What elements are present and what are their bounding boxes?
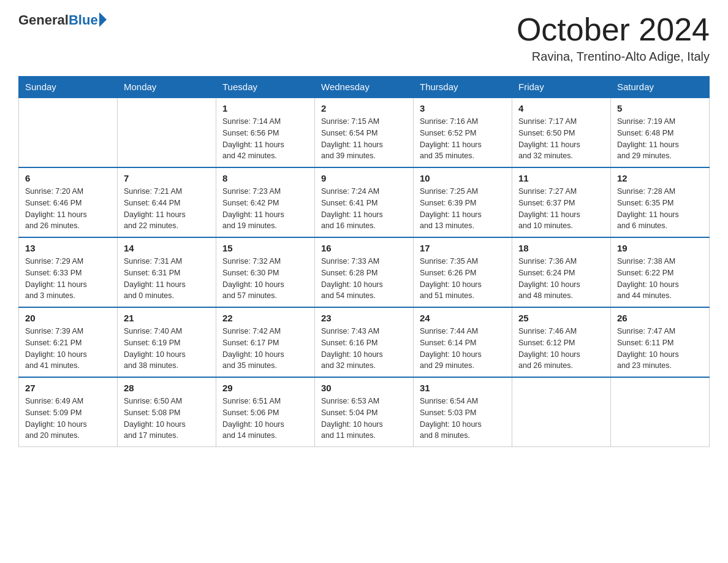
logo-blue-text: Blue — [69, 12, 98, 28]
calendar-table: SundayMondayTuesdayWednesdayThursdayFrid… — [18, 76, 710, 447]
calendar-cell: 22Sunrise: 7:42 AMSunset: 6:17 PMDayligh… — [216, 307, 315, 377]
day-detail: Sunrise: 7:42 AMSunset: 6:17 PMDaylight:… — [222, 326, 308, 372]
day-detail: Sunrise: 7:19 AMSunset: 6:48 PMDaylight:… — [617, 116, 703, 162]
day-number: 17 — [420, 243, 506, 253]
day-number: 14 — [124, 243, 210, 253]
day-detail: Sunrise: 7:47 AMSunset: 6:11 PMDaylight:… — [617, 326, 703, 372]
day-number: 19 — [617, 243, 703, 253]
calendar-cell: 15Sunrise: 7:32 AMSunset: 6:30 PMDayligh… — [216, 237, 315, 307]
calendar-cell: 24Sunrise: 7:44 AMSunset: 6:14 PMDayligh… — [414, 307, 512, 377]
day-detail: Sunrise: 7:40 AMSunset: 6:19 PMDaylight:… — [124, 326, 210, 372]
calendar-cell — [512, 377, 611, 447]
day-detail: Sunrise: 7:35 AMSunset: 6:26 PMDaylight:… — [420, 256, 506, 302]
day-detail: Sunrise: 7:46 AMSunset: 6:12 PMDaylight:… — [518, 326, 604, 372]
day-number: 15 — [222, 243, 308, 253]
day-detail: Sunrise: 7:23 AMSunset: 6:42 PMDaylight:… — [222, 186, 308, 232]
day-detail: Sunrise: 7:29 AMSunset: 6:33 PMDaylight:… — [25, 256, 111, 302]
calendar-cell: 11Sunrise: 7:27 AMSunset: 6:37 PMDayligh… — [512, 167, 611, 237]
day-number: 28 — [124, 383, 210, 393]
day-number: 4 — [518, 103, 604, 113]
day-detail: Sunrise: 7:15 AMSunset: 6:54 PMDaylight:… — [321, 116, 407, 162]
day-number: 6 — [25, 173, 111, 183]
location-subtitle: Ravina, Trentino-Alto Adige, Italy — [517, 50, 710, 64]
day-number: 10 — [420, 173, 506, 183]
day-detail: Sunrise: 7:20 AMSunset: 6:46 PMDaylight:… — [25, 186, 111, 232]
day-number: 24 — [420, 313, 506, 323]
day-number: 21 — [124, 313, 210, 323]
calendar-cell: 17Sunrise: 7:35 AMSunset: 6:26 PMDayligh… — [414, 237, 512, 307]
calendar-cell: 3Sunrise: 7:16 AMSunset: 6:52 PMDaylight… — [414, 98, 512, 167]
calendar-week-row: 20Sunrise: 7:39 AMSunset: 6:21 PMDayligh… — [19, 307, 710, 377]
day-detail: Sunrise: 7:31 AMSunset: 6:31 PMDaylight:… — [124, 256, 210, 302]
column-header-friday: Friday — [512, 77, 611, 98]
day-detail: Sunrise: 6:53 AMSunset: 5:04 PMDaylight:… — [321, 396, 407, 442]
calendar-cell: 16Sunrise: 7:33 AMSunset: 6:28 PMDayligh… — [315, 237, 414, 307]
column-header-sunday: Sunday — [19, 77, 118, 98]
day-number: 30 — [321, 383, 407, 393]
day-detail: Sunrise: 7:38 AMSunset: 6:22 PMDaylight:… — [617, 256, 703, 302]
day-number: 7 — [124, 173, 210, 183]
calendar-cell: 19Sunrise: 7:38 AMSunset: 6:22 PMDayligh… — [611, 237, 710, 307]
day-detail: Sunrise: 7:27 AMSunset: 6:37 PMDaylight:… — [518, 186, 604, 232]
calendar-cell: 28Sunrise: 6:50 AMSunset: 5:08 PMDayligh… — [118, 377, 216, 447]
day-detail: Sunrise: 7:24 AMSunset: 6:41 PMDaylight:… — [321, 186, 407, 232]
calendar-cell: 9Sunrise: 7:24 AMSunset: 6:41 PMDaylight… — [315, 167, 414, 237]
day-number: 2 — [321, 103, 407, 113]
calendar-cell: 29Sunrise: 6:51 AMSunset: 5:06 PMDayligh… — [216, 377, 315, 447]
logo-general-text: General — [18, 12, 69, 28]
day-detail: Sunrise: 7:32 AMSunset: 6:30 PMDaylight:… — [222, 256, 308, 302]
day-detail: Sunrise: 7:25 AMSunset: 6:39 PMDaylight:… — [420, 186, 506, 232]
calendar-cell: 18Sunrise: 7:36 AMSunset: 6:24 PMDayligh… — [512, 237, 611, 307]
day-detail: Sunrise: 7:33 AMSunset: 6:28 PMDaylight:… — [321, 256, 407, 302]
calendar-cell: 30Sunrise: 6:53 AMSunset: 5:04 PMDayligh… — [315, 377, 414, 447]
calendar-cell: 14Sunrise: 7:31 AMSunset: 6:31 PMDayligh… — [118, 237, 216, 307]
calendar-cell: 23Sunrise: 7:43 AMSunset: 6:16 PMDayligh… — [315, 307, 414, 377]
calendar-cell: 12Sunrise: 7:28 AMSunset: 6:35 PMDayligh… — [611, 167, 710, 237]
calendar-cell: 1Sunrise: 7:14 AMSunset: 6:56 PMDaylight… — [216, 98, 315, 167]
day-detail: Sunrise: 7:44 AMSunset: 6:14 PMDaylight:… — [420, 326, 506, 372]
calendar-cell: 21Sunrise: 7:40 AMSunset: 6:19 PMDayligh… — [118, 307, 216, 377]
day-number: 11 — [518, 173, 604, 183]
calendar-week-row: 1Sunrise: 7:14 AMSunset: 6:56 PMDaylight… — [19, 98, 710, 167]
calendar-cell — [118, 98, 216, 167]
day-detail: Sunrise: 7:14 AMSunset: 6:56 PMDaylight:… — [222, 116, 308, 162]
calendar-week-row: 6Sunrise: 7:20 AMSunset: 6:46 PMDaylight… — [19, 167, 710, 237]
column-header-thursday: Thursday — [414, 77, 512, 98]
day-number: 23 — [321, 313, 407, 323]
logo: General Blue — [18, 12, 107, 28]
day-number: 31 — [420, 383, 506, 393]
day-detail: Sunrise: 6:49 AMSunset: 5:09 PMDaylight:… — [25, 396, 111, 442]
calendar-cell: 4Sunrise: 7:17 AMSunset: 6:50 PMDaylight… — [512, 98, 611, 167]
calendar-cell: 31Sunrise: 6:54 AMSunset: 5:03 PMDayligh… — [414, 377, 512, 447]
day-detail: Sunrise: 6:51 AMSunset: 5:06 PMDaylight:… — [222, 396, 308, 442]
calendar-cell: 8Sunrise: 7:23 AMSunset: 6:42 PMDaylight… — [216, 167, 315, 237]
month-title: October 2024 — [517, 12, 710, 47]
calendar-cell: 13Sunrise: 7:29 AMSunset: 6:33 PMDayligh… — [19, 237, 118, 307]
column-header-tuesday: Tuesday — [216, 77, 315, 98]
day-detail: Sunrise: 7:16 AMSunset: 6:52 PMDaylight:… — [420, 116, 506, 162]
day-detail: Sunrise: 7:43 AMSunset: 6:16 PMDaylight:… — [321, 326, 407, 372]
day-number: 1 — [222, 103, 308, 113]
calendar-cell: 25Sunrise: 7:46 AMSunset: 6:12 PMDayligh… — [512, 307, 611, 377]
title-area: October 2024 Ravina, Trentino-Alto Adige… — [517, 12, 710, 64]
calendar-week-row: 13Sunrise: 7:29 AMSunset: 6:33 PMDayligh… — [19, 237, 710, 307]
header: General Blue October 2024 Ravina, Trenti… — [18, 12, 710, 64]
day-number: 22 — [222, 313, 308, 323]
day-number: 27 — [25, 383, 111, 393]
day-detail: Sunrise: 7:39 AMSunset: 6:21 PMDaylight:… — [25, 326, 111, 372]
day-number: 16 — [321, 243, 407, 253]
logo-arrow-icon — [99, 12, 107, 27]
day-detail: Sunrise: 7:28 AMSunset: 6:35 PMDaylight:… — [617, 186, 703, 232]
day-detail: Sunrise: 7:21 AMSunset: 6:44 PMDaylight:… — [124, 186, 210, 232]
calendar-cell: 5Sunrise: 7:19 AMSunset: 6:48 PMDaylight… — [611, 98, 710, 167]
day-number: 18 — [518, 243, 604, 253]
day-number: 12 — [617, 173, 703, 183]
day-detail: Sunrise: 6:54 AMSunset: 5:03 PMDaylight:… — [420, 396, 506, 442]
day-detail: Sunrise: 7:17 AMSunset: 6:50 PMDaylight:… — [518, 116, 604, 162]
day-detail: Sunrise: 7:36 AMSunset: 6:24 PMDaylight:… — [518, 256, 604, 302]
calendar-cell — [19, 98, 118, 167]
calendar-cell: 2Sunrise: 7:15 AMSunset: 6:54 PMDaylight… — [315, 98, 414, 167]
day-number: 29 — [222, 383, 308, 393]
calendar-header-row: SundayMondayTuesdayWednesdayThursdayFrid… — [19, 77, 710, 98]
day-number: 9 — [321, 173, 407, 183]
